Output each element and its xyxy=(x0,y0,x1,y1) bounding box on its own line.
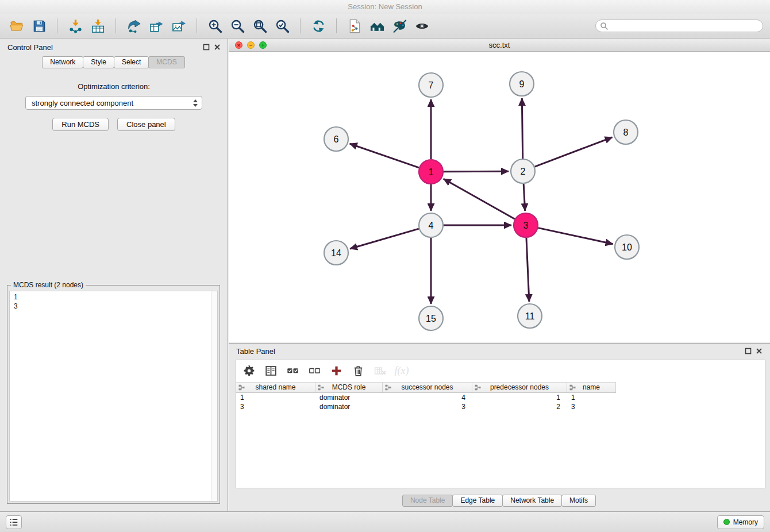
node-6[interactable]: 6 xyxy=(324,127,348,151)
table-row[interactable]: 1dominator411 xyxy=(236,393,765,402)
network-window-title: scc.txt xyxy=(489,41,510,49)
node-label: 14 xyxy=(331,248,341,258)
node-8[interactable]: 8 xyxy=(614,120,638,144)
run-mcds-button[interactable]: Run MCDS xyxy=(52,118,109,131)
control-panel-tabs: NetworkStyleSelectMCDS xyxy=(0,56,228,68)
import-table-button[interactable] xyxy=(88,17,107,35)
table-cell: 3 xyxy=(567,402,616,411)
table-row[interactable]: 3dominator323 xyxy=(236,402,765,411)
tab-edge-table[interactable]: Edge Table xyxy=(452,495,503,507)
export-network-button[interactable] xyxy=(124,17,144,35)
table-panel: Table Panel f(x) shared nameMCDS rolesuc… xyxy=(229,343,770,511)
float-panel-icon[interactable] xyxy=(203,44,210,51)
tab-motifs[interactable]: Motifs xyxy=(561,495,596,507)
table-body: 1dominator4113dominator323 xyxy=(236,393,765,411)
edge-1-2[interactable] xyxy=(444,171,509,172)
task-list-icon xyxy=(9,517,19,527)
zoom-out-button[interactable] xyxy=(228,17,247,35)
window-controls xyxy=(235,41,267,49)
node-7[interactable]: 7 xyxy=(419,73,443,97)
main-toolbar xyxy=(0,14,770,38)
toolbar-separator xyxy=(116,18,116,33)
home-layout-button[interactable] xyxy=(367,17,387,35)
result-scrollbar[interactable] xyxy=(211,291,217,501)
edge-4-14[interactable] xyxy=(350,229,419,249)
network-document-button[interactable] xyxy=(345,17,364,35)
refresh-network-icon xyxy=(311,19,326,33)
delete-row-button[interactable] xyxy=(351,364,365,378)
export-table-icon xyxy=(149,19,164,33)
zoom-fit-button[interactable] xyxy=(250,17,270,35)
node-label: 6 xyxy=(334,134,339,144)
tab-network-table[interactable]: Network Table xyxy=(502,495,562,507)
node-10[interactable]: 10 xyxy=(615,235,639,259)
settings-gear-button[interactable] xyxy=(242,364,256,378)
refresh-network-button[interactable] xyxy=(309,17,328,35)
node-15[interactable]: 15 xyxy=(419,306,443,330)
table-header: shared nameMCDS rolesuccessor nodesprede… xyxy=(236,382,616,393)
search-box xyxy=(595,20,763,32)
node-label: 4 xyxy=(429,221,434,230)
maximize-window-icon[interactable] xyxy=(259,41,267,49)
zoom-in-button[interactable] xyxy=(205,17,225,35)
column-header-successor-nodes[interactable]: successor nodes xyxy=(383,383,472,392)
zoom-selected-button[interactable] xyxy=(272,17,292,35)
close-window-icon[interactable] xyxy=(235,41,242,49)
network-window-titlebar: scc.txt xyxy=(229,39,770,52)
save-session-button[interactable] xyxy=(29,17,49,35)
edge-2-8[interactable] xyxy=(535,137,613,167)
network-view-window: scc.txt 7968124314101511 xyxy=(229,39,770,342)
node-11[interactable]: 11 xyxy=(518,304,542,328)
show-columns-button[interactable] xyxy=(264,364,278,378)
node-4[interactable]: 4 xyxy=(419,213,443,237)
network-canvas[interactable]: 7968124314101511 xyxy=(229,52,770,341)
edge-3-11[interactable] xyxy=(526,238,529,302)
import-network-button[interactable] xyxy=(66,17,85,35)
node-label: 2 xyxy=(521,167,526,176)
edge-3-1[interactable] xyxy=(444,179,515,219)
unselect-all-button[interactable] xyxy=(307,364,321,378)
node-1[interactable]: 1 xyxy=(419,160,443,184)
edge-1-6[interactable] xyxy=(350,144,419,168)
edge-3-10[interactable] xyxy=(538,228,613,244)
tab-node-table[interactable]: Node Table xyxy=(402,495,453,507)
close-panel-button[interactable]: Close panel xyxy=(117,118,175,131)
node-9[interactable]: 9 xyxy=(510,72,534,96)
style-paint-icon xyxy=(392,19,407,33)
tab-style[interactable]: Style xyxy=(83,56,114,68)
open-file-button[interactable] xyxy=(7,17,26,35)
export-image-icon xyxy=(172,19,186,33)
mcds-result-box[interactable]: 13 xyxy=(9,291,218,502)
column-header-shared-name[interactable]: shared name xyxy=(236,383,315,392)
right-area: scc.txt 7968124314101511 Table Panel xyxy=(229,39,770,511)
tab-network[interactable]: Network xyxy=(42,56,83,68)
node-3[interactable]: 3 xyxy=(514,213,538,237)
edge-2-3[interactable] xyxy=(523,184,525,211)
search-input[interactable] xyxy=(595,20,763,32)
style-paint-button[interactable] xyxy=(390,17,409,35)
close-panel-icon[interactable] xyxy=(214,44,221,51)
show-hide-eye-button[interactable] xyxy=(412,17,432,35)
column-sort-icon xyxy=(475,384,481,391)
import-network-icon xyxy=(68,19,83,33)
tab-mcds[interactable]: MCDS xyxy=(148,56,184,68)
tab-select[interactable]: Select xyxy=(114,56,149,68)
close-table-panel-icon[interactable] xyxy=(756,348,763,354)
task-history-button[interactable] xyxy=(6,515,22,529)
export-table-button[interactable] xyxy=(147,17,166,35)
minimize-window-icon[interactable] xyxy=(247,41,255,49)
column-sort-icon xyxy=(238,384,245,391)
node-14[interactable]: 14 xyxy=(324,241,348,265)
export-image-button[interactable] xyxy=(169,17,188,35)
column-header-mcds-role[interactable]: MCDS role xyxy=(315,383,383,392)
table-cell: 3 xyxy=(383,402,472,411)
optimization-criterion-select[interactable]: strongly connected component xyxy=(25,96,202,110)
memory-button[interactable]: Memory xyxy=(717,515,764,529)
add-row-button[interactable] xyxy=(329,364,343,378)
node-2[interactable]: 2 xyxy=(511,159,535,183)
column-header-predecessor-nodes[interactable]: predecessor nodes xyxy=(472,383,567,392)
select-all-button[interactable] xyxy=(286,364,299,378)
float-table-panel-icon[interactable] xyxy=(745,348,752,354)
edge-2-9[interactable] xyxy=(522,98,522,159)
column-header-name[interactable]: name xyxy=(567,383,616,392)
